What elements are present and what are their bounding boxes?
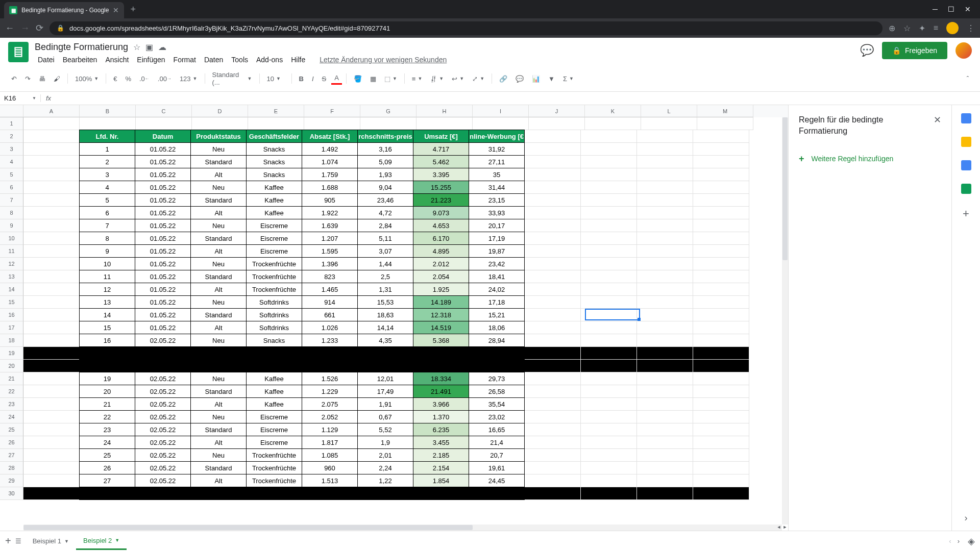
cell-G5[interactable]: 1,93 bbox=[357, 168, 413, 181]
row-header-29[interactable]: 29 bbox=[0, 474, 23, 487]
cell-I8[interactable]: 33,93 bbox=[469, 206, 525, 219]
cell-M22[interactable] bbox=[693, 385, 749, 398]
column-header-A[interactable]: A bbox=[23, 105, 80, 117]
cell-J1[interactable] bbox=[529, 117, 585, 130]
cell-I13[interactable]: 18,41 bbox=[469, 270, 525, 283]
cell-E26[interactable]: Eiscreme bbox=[246, 436, 302, 449]
cell-B5[interactable]: 3 bbox=[79, 168, 135, 181]
cell-J25[interactable] bbox=[525, 423, 581, 436]
cell-B19[interactable] bbox=[79, 346, 135, 360]
cell-I16[interactable]: 15,21 bbox=[469, 308, 525, 321]
cell-D9[interactable]: Neu bbox=[190, 219, 247, 232]
cell-E3[interactable]: Snacks bbox=[246, 142, 302, 156]
close-panel-icon[interactable]: ✕ bbox=[934, 114, 941, 126]
row-header-20[interactable]: 20 bbox=[0, 360, 23, 372]
extensions-icon[interactable]: ✦ bbox=[919, 23, 925, 33]
cell-A22[interactable] bbox=[23, 385, 80, 398]
cell-C13[interactable]: 01.05.22 bbox=[135, 270, 191, 283]
cell-C19[interactable] bbox=[135, 346, 191, 360]
cell-M30[interactable] bbox=[693, 487, 749, 500]
row-header-15[interactable]: 15 bbox=[0, 296, 23, 309]
cell-D3[interactable]: Neu bbox=[190, 142, 247, 156]
cell-M7[interactable] bbox=[693, 194, 749, 207]
menu-daten[interactable]: Daten bbox=[201, 54, 226, 66]
cell-M18[interactable] bbox=[693, 334, 749, 347]
menu-add-ons[interactable]: Add-ons bbox=[253, 54, 286, 66]
cell-D23[interactable]: Alt bbox=[190, 397, 247, 411]
text-rotation-icon[interactable]: ⤢▼ bbox=[469, 73, 487, 85]
cell-F16[interactable]: 661 bbox=[302, 308, 358, 321]
cell-A16[interactable] bbox=[23, 309, 80, 321]
cell-M17[interactable] bbox=[693, 321, 749, 334]
cell-A7[interactable] bbox=[23, 194, 80, 207]
cell-L16[interactable] bbox=[637, 309, 693, 321]
cell-D13[interactable]: Standard bbox=[190, 270, 247, 283]
cell-C22[interactable]: 02.05.22 bbox=[135, 385, 191, 398]
row-header-27[interactable]: 27 bbox=[0, 449, 23, 462]
cell-C9[interactable]: 01.05.22 bbox=[135, 219, 191, 232]
cell-F17[interactable]: 1.026 bbox=[302, 321, 358, 334]
cell-J7[interactable] bbox=[525, 194, 581, 207]
cell-L27[interactable] bbox=[637, 449, 693, 462]
column-header-M[interactable]: M bbox=[697, 105, 753, 117]
cell-D24[interactable]: Neu bbox=[190, 410, 247, 423]
last-edit-info[interactable]: Letzte Änderung vor wenigen Sekunden bbox=[316, 54, 450, 66]
row-header-12[interactable]: 12 bbox=[0, 258, 23, 270]
minimize-icon[interactable]: ─ bbox=[933, 5, 938, 13]
cell-B23[interactable]: 21 bbox=[79, 397, 135, 411]
collapse-toolbar-icon[interactable]: ˆ bbox=[964, 73, 972, 85]
cell-J2[interactable] bbox=[525, 130, 581, 143]
cell-M1[interactable] bbox=[697, 117, 753, 130]
star-icon[interactable]: ☆ bbox=[133, 42, 140, 52]
cell-H24[interactable]: 1.370 bbox=[413, 410, 469, 423]
cell-H23[interactable]: 3.966 bbox=[413, 397, 469, 411]
cell-F1[interactable] bbox=[304, 117, 360, 130]
add-rule-button[interactable]: + Weitere Regel hinzufügen bbox=[789, 146, 951, 171]
cell-G18[interactable]: 4,35 bbox=[357, 334, 413, 347]
cell-E11[interactable]: Eiscreme bbox=[246, 244, 302, 258]
cell-G29[interactable]: 1,22 bbox=[357, 474, 413, 487]
insert-chart-icon[interactable]: 📊 bbox=[529, 73, 543, 85]
account-avatar[interactable] bbox=[955, 42, 972, 59]
cell-E22[interactable]: Kaffee bbox=[246, 385, 302, 398]
borders-icon[interactable]: ▦ bbox=[367, 73, 379, 85]
cell-I2[interactable]: nline-Werbung [€ bbox=[469, 130, 525, 143]
cell-J12[interactable] bbox=[525, 258, 581, 270]
cell-E9[interactable]: Eiscreme bbox=[246, 219, 302, 232]
cell-D7[interactable]: Standard bbox=[190, 193, 247, 207]
cell-A6[interactable] bbox=[23, 181, 80, 194]
cell-A25[interactable] bbox=[23, 423, 80, 436]
cell-E8[interactable]: Kaffee bbox=[246, 206, 302, 219]
row-header-3[interactable]: 3 bbox=[0, 143, 23, 156]
cell-G4[interactable]: 5,09 bbox=[357, 155, 413, 168]
cloud-status-icon[interactable]: ☁ bbox=[158, 42, 166, 52]
maximize-icon[interactable]: ☐ bbox=[948, 5, 954, 13]
cell-G8[interactable]: 4,72 bbox=[357, 206, 413, 219]
cell-L18[interactable] bbox=[637, 334, 693, 347]
row-header-24[interactable]: 24 bbox=[0, 411, 23, 423]
cell-H28[interactable]: 2.154 bbox=[413, 461, 469, 474]
cell-H8[interactable]: 9.073 bbox=[413, 206, 469, 219]
cell-H17[interactable]: 14.519 bbox=[413, 321, 469, 334]
cell-I12[interactable]: 23,42 bbox=[469, 257, 525, 270]
menu-bearbeiten[interactable]: Bearbeiten bbox=[60, 54, 101, 66]
cell-B27[interactable]: 25 bbox=[79, 448, 135, 462]
cell-D6[interactable]: Neu bbox=[190, 181, 247, 194]
cell-F9[interactable]: 1.639 bbox=[302, 219, 358, 232]
cell-C7[interactable]: 01.05.22 bbox=[135, 193, 191, 207]
cell-J5[interactable] bbox=[525, 168, 581, 181]
cell-I1[interactable] bbox=[473, 117, 529, 130]
cell-A24[interactable] bbox=[23, 411, 80, 423]
cell-I21[interactable]: 29,73 bbox=[469, 372, 525, 385]
cell-K19[interactable] bbox=[581, 347, 637, 360]
cell-J23[interactable] bbox=[525, 398, 581, 411]
cell-G12[interactable]: 1,44 bbox=[357, 257, 413, 270]
row-header-26[interactable]: 26 bbox=[0, 436, 23, 449]
cell-B12[interactable]: 10 bbox=[79, 257, 135, 270]
cell-B11[interactable]: 9 bbox=[79, 244, 135, 258]
row-header-25[interactable]: 25 bbox=[0, 423, 23, 436]
row-header-19[interactable]: 19 bbox=[0, 347, 23, 360]
text-color-icon[interactable]: A bbox=[331, 72, 342, 85]
cell-F6[interactable]: 1.688 bbox=[302, 181, 358, 194]
menu-datei[interactable]: Datei bbox=[35, 54, 58, 66]
